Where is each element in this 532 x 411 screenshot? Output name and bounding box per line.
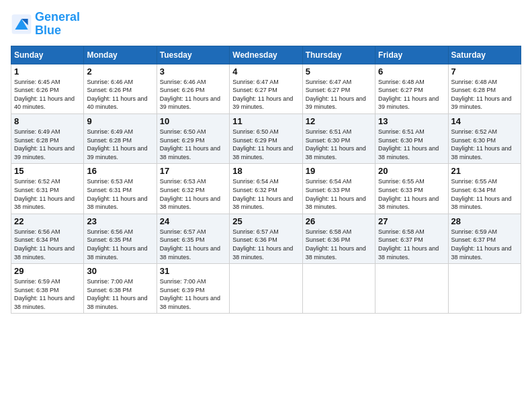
weekday-header-cell: Saturday [448, 46, 521, 64]
calendar-week-row: 22 Sunrise: 6:56 AMSunset: 6:34 PMDaylig… [11, 214, 521, 263]
weekday-header-cell: Thursday [302, 46, 375, 64]
logo: General Blue [11, 11, 80, 38]
calendar-day-cell [375, 264, 448, 314]
calendar-day-cell: 23 Sunrise: 6:56 AMSunset: 6:35 PMDaylig… [84, 214, 157, 263]
day-info: Sunrise: 6:53 AMSunset: 6:31 PMDaylight:… [87, 178, 147, 210]
calendar-day-cell: 8 Sunrise: 6:49 AMSunset: 6:28 PMDayligh… [11, 113, 84, 163]
day-number: 16 [87, 166, 153, 176]
day-info: Sunrise: 6:58 AMSunset: 6:36 PMDaylight:… [306, 228, 366, 261]
day-info: Sunrise: 6:58 AMSunset: 6:37 PMDaylight:… [378, 228, 439, 261]
day-number: 27 [378, 216, 445, 226]
day-info: Sunrise: 6:49 AMSunset: 6:28 PMDaylight:… [14, 128, 75, 161]
day-info: Sunrise: 7:00 AMSunset: 6:39 PMDaylight:… [160, 278, 220, 310]
calendar-body: 1 Sunrise: 6:45 AMSunset: 6:26 PMDayligh… [11, 64, 521, 314]
calendar-day-cell: 14 Sunrise: 6:52 AMSunset: 6:30 PMDaylig… [448, 113, 521, 163]
day-info: Sunrise: 6:59 AMSunset: 6:38 PMDaylight:… [14, 278, 75, 310]
day-info: Sunrise: 6:48 AMSunset: 6:28 PMDaylight:… [451, 79, 512, 111]
calendar-day-cell: 18 Sunrise: 6:54 AMSunset: 6:32 PMDaylig… [230, 164, 302, 214]
calendar-day-cell: 15 Sunrise: 6:52 AMSunset: 6:31 PMDaylig… [11, 164, 84, 214]
calendar-day-cell: 3 Sunrise: 6:46 AMSunset: 6:26 PMDayligh… [157, 64, 229, 113]
day-number: 23 [87, 216, 153, 226]
calendar-week-row: 8 Sunrise: 6:49 AMSunset: 6:28 PMDayligh… [11, 113, 521, 163]
day-info: Sunrise: 6:52 AMSunset: 6:30 PMDaylight:… [451, 128, 512, 161]
day-info: Sunrise: 6:51 AMSunset: 6:30 PMDaylight:… [306, 128, 366, 161]
calendar-day-cell: 2 Sunrise: 6:46 AMSunset: 6:26 PMDayligh… [84, 64, 157, 113]
day-info: Sunrise: 6:59 AMSunset: 6:37 PMDaylight:… [451, 228, 512, 261]
day-number: 30 [87, 266, 153, 276]
day-info: Sunrise: 6:55 AMSunset: 6:34 PMDaylight:… [451, 178, 512, 210]
day-info: Sunrise: 6:49 AMSunset: 6:28 PMDaylight:… [87, 128, 147, 161]
day-number: 20 [378, 166, 445, 176]
day-number: 29 [14, 266, 81, 276]
calendar-day-cell: 4 Sunrise: 6:47 AMSunset: 6:27 PMDayligh… [230, 64, 302, 113]
weekday-header-cell: Monday [84, 46, 157, 64]
calendar-day-cell: 27 Sunrise: 6:58 AMSunset: 6:37 PMDaylig… [375, 214, 448, 263]
calendar-day-cell: 30 Sunrise: 7:00 AMSunset: 6:38 PMDaylig… [84, 264, 157, 314]
calendar-day-cell [302, 264, 375, 314]
logo-text: General Blue [35, 11, 80, 38]
calendar-day-cell: 7 Sunrise: 6:48 AMSunset: 6:28 PMDayligh… [448, 64, 521, 113]
day-number: 15 [14, 166, 81, 176]
day-info: Sunrise: 6:54 AMSunset: 6:33 PMDaylight:… [306, 178, 366, 210]
day-number: 22 [14, 216, 81, 226]
calendar-day-cell: 24 Sunrise: 6:57 AMSunset: 6:35 PMDaylig… [157, 214, 229, 263]
day-number: 25 [232, 216, 299, 226]
day-info: Sunrise: 6:57 AMSunset: 6:35 PMDaylight:… [160, 228, 220, 261]
day-number: 11 [232, 116, 299, 126]
calendar-week-row: 1 Sunrise: 6:45 AMSunset: 6:26 PMDayligh… [11, 64, 521, 113]
day-number: 28 [451, 216, 518, 226]
day-number: 24 [160, 216, 226, 226]
day-info: Sunrise: 6:45 AMSunset: 6:26 PMDaylight:… [14, 79, 75, 111]
day-info: Sunrise: 6:48 AMSunset: 6:27 PMDaylight:… [378, 79, 439, 111]
calendar-day-cell [448, 264, 521, 314]
day-info: Sunrise: 6:46 AMSunset: 6:26 PMDaylight:… [160, 79, 220, 111]
weekday-header-row: SundayMondayTuesdayWednesdayThursdayFrid… [11, 46, 521, 64]
day-number: 26 [306, 216, 372, 226]
day-number: 2 [87, 66, 153, 77]
calendar-day-cell: 21 Sunrise: 6:55 AMSunset: 6:34 PMDaylig… [448, 164, 521, 214]
calendar-day-cell: 5 Sunrise: 6:47 AMSunset: 6:27 PMDayligh… [302, 64, 375, 113]
day-number: 7 [451, 66, 518, 77]
calendar-day-cell: 17 Sunrise: 6:53 AMSunset: 6:32 PMDaylig… [157, 164, 229, 214]
day-number: 17 [160, 166, 226, 176]
day-info: Sunrise: 6:50 AMSunset: 6:29 PMDaylight:… [160, 128, 220, 161]
day-info: Sunrise: 6:52 AMSunset: 6:31 PMDaylight:… [14, 178, 75, 210]
logo-icon [11, 13, 32, 35]
day-number: 8 [14, 116, 81, 126]
calendar-day-cell: 6 Sunrise: 6:48 AMSunset: 6:27 PMDayligh… [375, 64, 448, 113]
day-number: 10 [160, 116, 226, 126]
calendar-day-cell: 25 Sunrise: 6:57 AMSunset: 6:36 PMDaylig… [230, 214, 302, 263]
day-info: Sunrise: 6:57 AMSunset: 6:36 PMDaylight:… [232, 228, 293, 261]
day-info: Sunrise: 7:00 AMSunset: 6:38 PMDaylight:… [87, 278, 147, 310]
day-number: 12 [306, 116, 372, 126]
calendar-day-cell [230, 264, 302, 314]
calendar-week-row: 15 Sunrise: 6:52 AMSunset: 6:31 PMDaylig… [11, 164, 521, 214]
day-info: Sunrise: 6:53 AMSunset: 6:32 PMDaylight:… [160, 178, 220, 210]
calendar-day-cell: 13 Sunrise: 6:51 AMSunset: 6:30 PMDaylig… [375, 113, 448, 163]
weekday-header-cell: Sunday [11, 46, 84, 64]
header: General Blue [11, 11, 521, 38]
calendar-day-cell: 26 Sunrise: 6:58 AMSunset: 6:36 PMDaylig… [302, 214, 375, 263]
day-number: 3 [160, 66, 226, 77]
day-info: Sunrise: 6:56 AMSunset: 6:34 PMDaylight:… [14, 228, 75, 261]
day-number: 31 [160, 266, 226, 276]
calendar-table: SundayMondayTuesdayWednesdayThursdayFrid… [11, 46, 521, 314]
day-number: 14 [451, 116, 518, 126]
day-info: Sunrise: 6:56 AMSunset: 6:35 PMDaylight:… [87, 228, 147, 261]
day-info: Sunrise: 6:46 AMSunset: 6:26 PMDaylight:… [87, 79, 147, 111]
calendar-day-cell: 31 Sunrise: 7:00 AMSunset: 6:39 PMDaylig… [157, 264, 229, 314]
day-number: 13 [378, 116, 445, 126]
weekday-header-cell: Friday [375, 46, 448, 64]
calendar-day-cell: 28 Sunrise: 6:59 AMSunset: 6:37 PMDaylig… [448, 214, 521, 263]
day-number: 21 [451, 166, 518, 176]
calendar-day-cell: 22 Sunrise: 6:56 AMSunset: 6:34 PMDaylig… [11, 214, 84, 263]
weekday-header-cell: Tuesday [157, 46, 229, 64]
day-info: Sunrise: 6:47 AMSunset: 6:27 PMDaylight:… [306, 79, 366, 111]
calendar-day-cell: 10 Sunrise: 6:50 AMSunset: 6:29 PMDaylig… [157, 113, 229, 163]
day-number: 1 [14, 66, 81, 77]
day-info: Sunrise: 6:47 AMSunset: 6:27 PMDaylight:… [232, 79, 293, 111]
day-number: 18 [232, 166, 299, 176]
day-number: 19 [306, 166, 372, 176]
page: General Blue SundayMondayTuesdayWednesda… [0, 0, 532, 411]
calendar-week-row: 29 Sunrise: 6:59 AMSunset: 6:38 PMDaylig… [11, 264, 521, 314]
